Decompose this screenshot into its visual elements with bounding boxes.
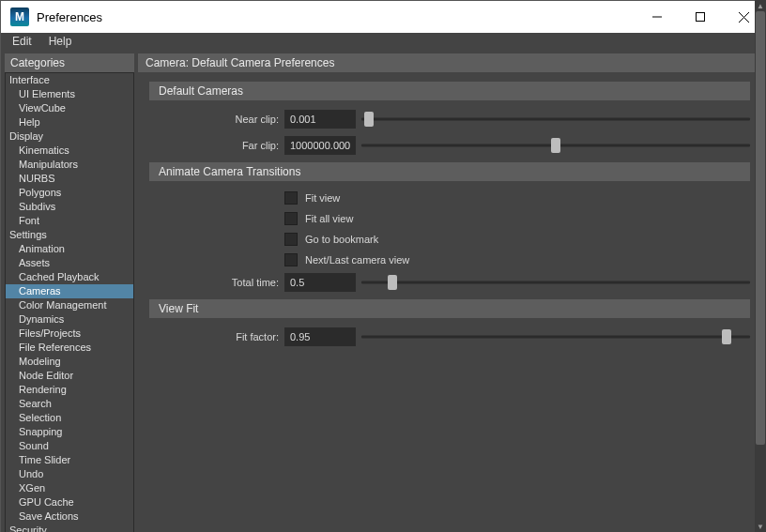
slider-total-time[interactable] — [361, 273, 750, 292]
section-animate-transitions: Animate Camera Transitions Fit viewFit a… — [149, 162, 750, 294]
input-far-clip[interactable] — [284, 136, 356, 155]
row-fit-factor: Fit factor: — [149, 326, 750, 348]
category-item[interactable]: Modeling — [6, 355, 133, 369]
body: Categories InterfaceUI ElementsViewCubeH… — [1, 50, 765, 532]
category-item[interactable]: Help — [6, 115, 133, 129]
category-item[interactable]: Time Slider — [6, 453, 133, 467]
section-default-cameras: Default Cameras Near clip: Far clip: — [149, 82, 750, 157]
category-item[interactable]: XGen — [6, 481, 133, 495]
slider-near-clip[interactable] — [361, 110, 750, 129]
scroll-track[interactable] — [755, 11, 766, 521]
category-item[interactable]: Snapping — [6, 425, 133, 439]
category-item[interactable]: Assets — [6, 256, 133, 270]
section-view-fit: View Fit Fit factor: — [149, 299, 750, 348]
category-item[interactable]: Sound — [6, 439, 133, 453]
category-item[interactable]: Manipulators — [6, 158, 133, 172]
label-fit-factor: Fit factor: — [149, 331, 284, 342]
category-item[interactable]: Save Actions — [6, 509, 133, 524]
checkbox[interactable] — [284, 233, 298, 246]
slider-thumb-total-time[interactable] — [388, 275, 397, 290]
row-near-clip: Near clip: — [149, 108, 750, 130]
section-title-animate-transitions: Animate Camera Transitions — [149, 162, 750, 181]
input-total-time[interactable] — [284, 273, 356, 292]
checkbox-label: Go to bookmark — [305, 234, 378, 245]
maximize-button[interactable] — [679, 1, 722, 33]
slider-thumb-far-clip[interactable] — [551, 138, 560, 153]
checkbox-row: Fit all view — [149, 209, 750, 228]
sidebar-scrollbar[interactable]: ▲ ▼ — [755, 0, 766, 532]
category-item[interactable]: NURBS — [6, 172, 133, 186]
menubar: Edit Help — [1, 33, 765, 50]
content-header: Camera: Default Camera Preferences — [138, 53, 761, 72]
category-item[interactable]: Cached Playback — [6, 270, 133, 284]
section-title-default-cameras: Default Cameras — [149, 82, 750, 100]
category-item[interactable]: Search — [6, 397, 133, 411]
category-item[interactable]: ViewCube — [6, 101, 133, 115]
checkbox[interactable] — [284, 191, 298, 205]
svg-rect-1 — [697, 13, 705, 22]
category-group[interactable]: Settings — [6, 228, 133, 242]
category-item[interactable]: Font — [6, 214, 133, 228]
slider-thumb-fit-factor[interactable] — [722, 329, 731, 344]
category-item[interactable]: Cameras — [6, 284, 133, 298]
titlebar: Preferences — [1, 1, 765, 33]
category-item[interactable]: Dynamics — [6, 312, 133, 327]
category-item[interactable]: Undo — [6, 467, 133, 481]
app-icon — [10, 8, 29, 26]
category-group[interactable]: Interface — [6, 73, 133, 87]
category-item[interactable]: File References — [6, 341, 133, 355]
scroll-thumb[interactable] — [756, 11, 765, 445]
category-group[interactable]: Security — [6, 524, 133, 532]
window-title: Preferences — [37, 10, 102, 24]
checkbox-label: Fit view — [305, 192, 340, 204]
checkbox-row: Next/Last camera view — [149, 251, 750, 269]
category-group[interactable]: Display — [6, 129, 133, 144]
sidebar: Categories InterfaceUI ElementsViewCubeH… — [5, 53, 134, 532]
menu-help[interactable]: Help — [41, 33, 80, 50]
checkbox-label: Next/Last camera view — [305, 254, 409, 266]
input-near-clip[interactable] — [284, 110, 356, 129]
slider-far-clip[interactable] — [361, 136, 750, 155]
checkbox[interactable] — [284, 253, 298, 266]
category-item[interactable]: Selection — [6, 411, 133, 425]
checkbox-row: Go to bookmark — [149, 230, 750, 249]
category-item[interactable]: Kinematics — [6, 144, 133, 158]
category-item[interactable]: Files/Projects — [6, 327, 133, 341]
sidebar-header: Categories — [5, 53, 134, 72]
checkbox[interactable] — [284, 212, 298, 225]
slider-fit-factor[interactable] — [361, 327, 750, 346]
label-total-time: Total time: — [149, 277, 284, 288]
category-item[interactable]: Polygons — [6, 186, 133, 200]
row-far-clip: Far clip: — [149, 134, 750, 157]
category-item[interactable]: Rendering — [6, 383, 133, 397]
content-panel: Camera: Default Camera Preferences Defau… — [138, 53, 761, 532]
category-item[interactable]: Color Management — [6, 298, 133, 312]
row-total-time: Total time: — [149, 271, 750, 294]
minimize-button[interactable] — [636, 1, 679, 33]
section-title-view-fit: View Fit — [149, 299, 750, 318]
scroll-down-icon[interactable]: ▼ — [755, 521, 766, 532]
scroll-up-icon[interactable]: ▲ — [755, 0, 766, 11]
category-item[interactable]: GPU Cache — [6, 495, 133, 509]
label-near-clip: Near clip: — [149, 114, 284, 125]
slider-thumb-near-clip[interactable] — [364, 112, 374, 127]
checkbox-row: Fit view — [149, 189, 750, 207]
category-item[interactable]: Node Editor — [6, 369, 133, 383]
category-item[interactable]: Subdivs — [6, 200, 133, 214]
menu-edit[interactable]: Edit — [5, 33, 39, 50]
preferences-window: Preferences Edit Help Categories Interfa… — [0, 0, 766, 532]
category-item[interactable]: UI Elements — [6, 87, 133, 101]
category-item[interactable]: Animation — [6, 242, 133, 256]
input-fit-factor[interactable] — [284, 327, 356, 346]
label-far-clip: Far clip: — [149, 140, 284, 151]
checkbox-label: Fit all view — [305, 213, 353, 224]
category-list[interactable]: InterfaceUI ElementsViewCubeHelpDisplayK… — [6, 73, 133, 532]
